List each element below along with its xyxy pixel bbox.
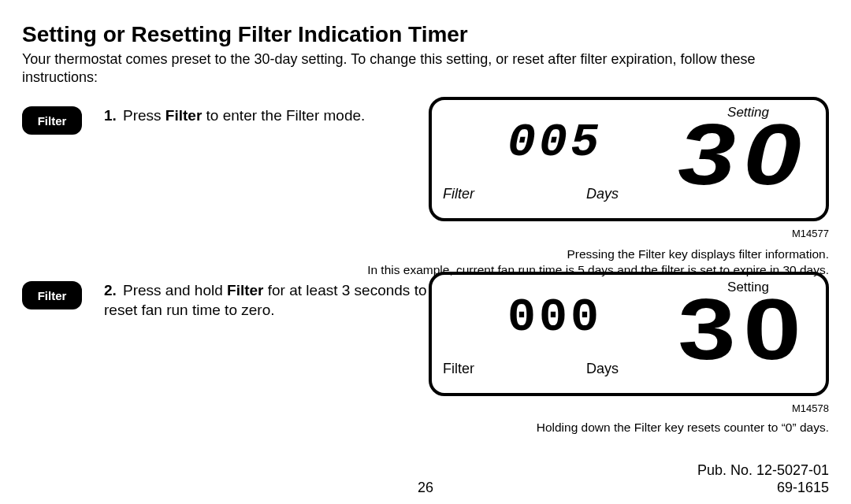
step-1-pre: Press [123, 107, 165, 124]
lcd-display-1: Setting 005 30 Filter Days [429, 97, 829, 221]
step-2-number: 2. [104, 281, 123, 301]
filter-button-graphic-2: Filter [22, 281, 82, 309]
step-1-post: to enter the Filter mode. [202, 107, 365, 124]
lcd-display-2: Setting 000 30 Filter Days [429, 272, 829, 396]
lcd2-days-label: Days [586, 361, 619, 377]
figure-id-1: M14577 [792, 228, 829, 239]
figure-id-2: M14578 [792, 402, 829, 414]
step-2: Filter 2.Press and hold Filter for at le… [22, 272, 829, 412]
lcd2-runtime-value: 000 [507, 291, 602, 344]
lcd1-filter-label: Filter [443, 186, 474, 202]
step-2-text: 2.Press and hold Filter for at least 3 s… [104, 281, 427, 320]
step-1: Filter 1.Press Filter to enter the Filte… [22, 97, 829, 237]
step-1-bold: Filter [165, 107, 202, 124]
lcd2-filter-label: Filter [443, 361, 474, 377]
step-1-text: 1.Press Filter to enter the Filter mode. [104, 106, 427, 126]
page-footer: Pub. No. 12-5027-01 26 69-1615 [22, 480, 829, 496]
lcd1-runtime-value: 005 [507, 116, 602, 169]
lcd1-days-label: Days [586, 186, 619, 202]
lcd2-setting-value: 30 [678, 286, 808, 372]
step-2-bold: Filter [227, 282, 263, 298]
doc-number: 69-1615 [777, 480, 829, 496]
page-number: 26 [22, 480, 829, 496]
step-2-pre: Press and hold [123, 282, 227, 298]
step-1-number: 1. [104, 106, 123, 126]
lcd1-setting-value: 30 [678, 111, 808, 198]
manual-page: Setting or Resetting Filter Indication T… [0, 0, 851, 504]
caption-2-line1: Holding down the Filter key resets count… [537, 421, 829, 434]
caption-1-line1: Pressing the Filter key displays filter … [567, 247, 829, 261]
page-title: Setting or Resetting Filter Indication T… [22, 22, 829, 47]
filter-button-graphic: Filter [22, 106, 82, 135]
caption-2: Holding down the Filter key resets count… [340, 420, 829, 435]
pub-number: Pub. No. 12-5027-01 [697, 462, 829, 479]
intro-paragraph: Your thermostat comes preset to the 30-d… [22, 50, 829, 86]
